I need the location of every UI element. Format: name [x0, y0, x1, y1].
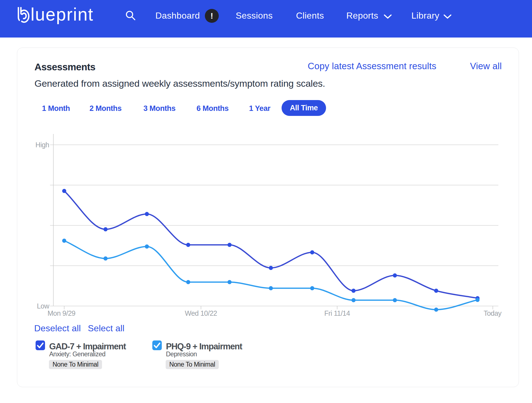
svg-text:lueprint: lueprint: [31, 4, 94, 24]
